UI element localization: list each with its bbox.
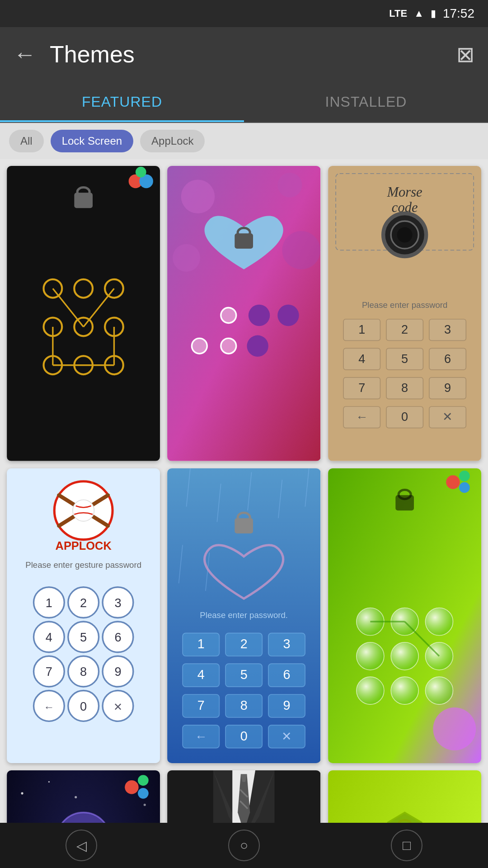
filter-chip-lockscreen-label: Lock Screen — [62, 135, 122, 147]
svg-point-140 — [357, 642, 384, 670]
svg-text:5: 5 — [401, 352, 408, 366]
svg-text:8: 8 — [401, 381, 408, 395]
nav-back-icon: ◁ — [76, 838, 87, 854]
svg-text:8: 8 — [80, 665, 87, 679]
svg-text:2: 2 — [401, 322, 408, 336]
svg-point-21 — [181, 180, 215, 214]
nav-recents-icon: □ — [403, 838, 411, 853]
svg-point-69 — [73, 500, 94, 521]
nav-back-button[interactable]: ◁ — [66, 830, 97, 861]
svg-text:APPLOCK: APPLOCK — [56, 539, 112, 552]
filter-chip-all[interactable]: All — [9, 130, 44, 152]
svg-rect-104 — [235, 518, 253, 533]
svg-point-28 — [249, 305, 270, 326]
svg-point-32 — [247, 335, 268, 357]
svg-point-158 — [138, 775, 149, 786]
nav-recents-button[interactable]: □ — [391, 830, 422, 861]
svg-text:✕: ✕ — [113, 701, 122, 712]
svg-point-3 — [136, 167, 146, 178]
svg-text:9: 9 — [114, 665, 121, 679]
svg-text:3: 3 — [283, 637, 291, 651]
svg-text:Please enter password: Please enter password — [362, 300, 447, 310]
theme-tile-space-ghost[interactable] — [7, 770, 160, 824]
svg-text:1: 1 — [46, 595, 52, 609]
svg-text:4: 4 — [46, 630, 52, 644]
filter-chip-applock-label: AppLock — [151, 135, 193, 147]
status-bar: LTE ▲ ▮ 17:52 — [0, 0, 488, 27]
svg-point-148 — [433, 707, 476, 750]
svg-text:6: 6 — [283, 667, 291, 682]
svg-text:6: 6 — [114, 630, 121, 644]
svg-point-152 — [75, 796, 77, 798]
svg-text:2: 2 — [80, 595, 87, 609]
svg-point-141 — [391, 642, 418, 670]
svg-point-139 — [425, 608, 453, 635]
svg-text:8: 8 — [240, 698, 248, 712]
tab-installed-label: INSTALLED — [325, 94, 407, 110]
header-left: ← Themes — [14, 41, 135, 68]
svg-text:4: 4 — [197, 667, 205, 682]
svg-text:9: 9 — [283, 698, 291, 712]
svg-text:3: 3 — [444, 322, 451, 336]
filter-chips-row: All Lock Screen AppLock — [0, 123, 488, 159]
svg-text:0: 0 — [80, 699, 87, 713]
svg-point-159 — [138, 788, 149, 799]
theme-tile-suit[interactable]: Please enter gesture password 1 2 3 4 5 … — [167, 770, 320, 824]
theme-tile-baseball[interactable]: APPLOCK Please enter gesture password 1 … — [7, 468, 160, 764]
filter-chip-applock[interactable]: AppLock — [140, 130, 205, 152]
svg-text:←: ← — [44, 701, 55, 712]
nav-home-icon: ○ — [240, 838, 248, 853]
svg-point-133 — [459, 471, 470, 481]
signal-icon: ▲ — [414, 8, 424, 19]
svg-point-39 — [397, 227, 412, 243]
svg-text:3: 3 — [114, 595, 121, 609]
battery-icon: ▮ — [431, 8, 436, 19]
tab-featured[interactable]: FEATURED — [0, 81, 244, 122]
page-title: Themes — [50, 41, 135, 68]
svg-text:0: 0 — [401, 410, 408, 424]
svg-point-31 — [221, 338, 236, 354]
svg-rect-135 — [395, 495, 414, 510]
svg-rect-25 — [235, 233, 253, 249]
svg-text:9: 9 — [444, 381, 451, 395]
tab-installed[interactable]: INSTALLED — [244, 81, 488, 122]
svg-point-29 — [278, 305, 299, 326]
svg-point-143 — [357, 677, 384, 704]
svg-point-157 — [125, 780, 139, 794]
svg-text:4: 4 — [358, 352, 365, 366]
header: ← Themes ⊠ — [0, 27, 488, 81]
svg-point-22 — [278, 173, 302, 197]
theme-tile-dark-dots[interactable] — [7, 166, 160, 461]
theme-tile-blue-rain[interactable]: Please enter password. 1 2 3 4 5 6 7 8 — [167, 468, 320, 764]
svg-text:1: 1 — [358, 322, 365, 336]
bottom-navigation: ◁ ○ □ — [0, 823, 488, 868]
svg-text:Please enter password.: Please enter password. — [200, 610, 288, 619]
themes-main-content: Morse code 1 2 3 4 5 6 — [0, 159, 488, 824]
filter-chip-lockscreen[interactable]: Lock Screen — [51, 130, 133, 152]
svg-text:7: 7 — [197, 698, 205, 712]
svg-point-27 — [221, 308, 236, 323]
back-button[interactable]: ← — [14, 41, 36, 67]
svg-point-145 — [425, 677, 453, 704]
clock: 17:52 — [443, 6, 474, 21]
theme-tile-morse-code[interactable]: Morse code 1 2 3 4 5 6 — [328, 166, 481, 461]
svg-point-132 — [446, 475, 460, 489]
svg-point-24 — [282, 231, 321, 269]
svg-point-154 — [144, 804, 146, 806]
svg-point-134 — [459, 482, 470, 493]
svg-text:0: 0 — [240, 728, 248, 743]
theme-tile-purple-heart[interactable] — [167, 166, 320, 461]
nav-home-button[interactable]: ○ — [228, 830, 260, 861]
theme-tile-yellow-hex[interactable] — [328, 770, 481, 824]
tab-featured-label: FEATURED — [82, 94, 162, 110]
svg-point-151 — [48, 781, 50, 783]
svg-text:6: 6 — [444, 352, 451, 366]
svg-text:Please enter gesture password: Please enter gesture password — [25, 560, 141, 570]
svg-text:5: 5 — [240, 667, 248, 682]
crop-icon[interactable]: ⊠ — [456, 42, 474, 67]
svg-point-150 — [21, 792, 23, 794]
lte-indicator: LTE — [389, 8, 407, 19]
svg-text:Morse: Morse — [386, 184, 422, 200]
theme-tile-green-bubbles[interactable] — [328, 468, 481, 764]
svg-rect-4 — [74, 193, 93, 208]
